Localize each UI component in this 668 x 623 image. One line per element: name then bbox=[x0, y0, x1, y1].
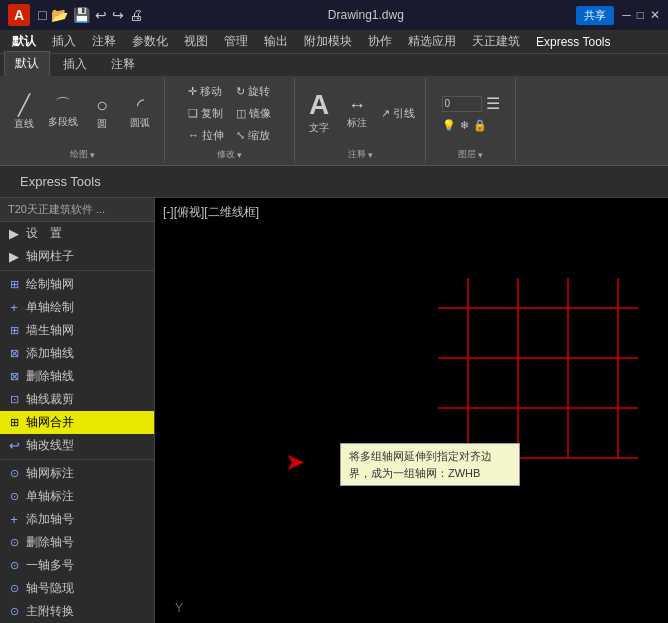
sidebar-item-clip-axis-label: 轴线裁剪 bbox=[26, 391, 74, 408]
menu-output[interactable]: 输出 bbox=[256, 31, 296, 52]
ribbon-btn-leader[interactable]: ↗ 引线 bbox=[377, 104, 419, 123]
menu-collab[interactable]: 协作 bbox=[360, 31, 400, 52]
sidebar-item-grid-anno-label: 轴网标注 bbox=[26, 465, 74, 482]
tooltip-text: 将多组轴网延伸到指定对齐边界，成为一组轴网：ZWHB bbox=[349, 450, 492, 479]
stretch-icon: ↔ bbox=[188, 129, 199, 141]
minimize-button[interactable]: ─ bbox=[622, 8, 631, 22]
menu-parametric[interactable]: 参数化 bbox=[124, 31, 176, 52]
sidebar-item-multi-num-label: 一轴多号 bbox=[26, 557, 74, 574]
menubar: 默认 插入 注释 参数化 视图 管理 输出 附加模块 协作 精选应用 天正建筑 … bbox=[0, 30, 668, 54]
annotate-group-dropdown-icon: ▾ bbox=[368, 150, 373, 160]
toolbar-icon-new[interactable]: □ bbox=[38, 7, 46, 23]
ribbon-tabs: 默认 插入 注释 bbox=[0, 54, 668, 76]
menu-view[interactable]: 视图 bbox=[176, 31, 216, 52]
sidebar-item-draw-grid[interactable]: ⊞ 绘制轴网 bbox=[0, 273, 154, 296]
leader-icon: ↗ bbox=[381, 107, 390, 120]
express-tools-bar: Express Tools bbox=[0, 166, 668, 198]
maximize-button[interactable]: □ bbox=[637, 8, 644, 22]
layer-properties-icon[interactable]: ☰ bbox=[486, 94, 500, 113]
toolbar-icon-undo[interactable]: ↩ bbox=[95, 7, 107, 23]
ribbon-group-modify-label[interactable]: 修改 ▾ bbox=[217, 148, 242, 161]
menu-insert[interactable]: 插入 bbox=[44, 31, 84, 52]
ribbon-btn-rotate[interactable]: ↻ 旋转 bbox=[232, 82, 275, 101]
menu-express[interactable]: Express Tools bbox=[528, 33, 618, 51]
ribbon-btn-mirror[interactable]: ◫ 镜像 bbox=[232, 104, 275, 123]
menu-tianzheng[interactable]: 天正建筑 bbox=[464, 31, 528, 52]
sidebar-item-single-draw-label: 单轴绘制 bbox=[26, 299, 74, 316]
merge-grid-icon: ⊞ bbox=[6, 416, 22, 429]
menu-annotate[interactable]: 注释 bbox=[84, 31, 124, 52]
ribbon-btn-circle-label: 圆 bbox=[97, 117, 107, 131]
ribbon-btn-text-label: 文字 bbox=[309, 121, 329, 135]
add-axis-icon: ⊠ bbox=[6, 347, 22, 360]
main-sub-icon: ⊙ bbox=[6, 605, 22, 618]
ribbon-tab-insert[interactable]: 插入 bbox=[52, 52, 98, 76]
ribbon-tab-annotate[interactable]: 注释 bbox=[100, 52, 146, 76]
scale-icon: ⤡ bbox=[236, 129, 245, 142]
ribbon-group-layer-label[interactable]: 图层 ▾ bbox=[458, 148, 483, 161]
ribbon-btn-arc[interactable]: ◜ 圆弧 bbox=[122, 94, 158, 132]
share-button[interactable]: 共享 bbox=[576, 6, 614, 25]
sidebar-item-main-sub[interactable]: ⊙ 主附转换 bbox=[0, 600, 154, 623]
layer-selector[interactable]: 0 bbox=[442, 96, 482, 112]
ribbon-btn-dim[interactable]: ↔ 标注 bbox=[339, 94, 375, 132]
hide-num-icon: ⊙ bbox=[6, 582, 22, 595]
sidebar-item-del-num[interactable]: ⊙ 删除轴号 bbox=[0, 531, 154, 554]
copy-icon: ❑ bbox=[188, 107, 198, 120]
toolbar-icon-open[interactable]: 📂 bbox=[51, 7, 68, 23]
sidebar-item-multi-num[interactable]: ⊙ 一轴多号 bbox=[0, 554, 154, 577]
ribbon: ╱ 直线 ⌒ 多段线 ○ 圆 ◜ 圆弧 绘图 ▾ ✛ bbox=[0, 76, 668, 166]
sidebar-title: T20天正建筑软件 ... bbox=[0, 198, 154, 222]
menu-addons[interactable]: 附加模块 bbox=[296, 31, 360, 52]
express-tools-label[interactable]: Express Tools bbox=[8, 170, 113, 193]
sidebar-item-add-num[interactable]: + 添加轴号 bbox=[0, 508, 154, 531]
toolbar-icon-print[interactable]: 🖨 bbox=[129, 7, 143, 23]
sidebar-item-del-axis[interactable]: ⊠ 删除轴线 bbox=[0, 365, 154, 388]
layer-on-icon[interactable]: 💡 bbox=[442, 119, 456, 132]
ribbon-btn-dim-label: 标注 bbox=[347, 116, 367, 130]
sidebar-item-add-axis[interactable]: ⊠ 添加轴线 bbox=[0, 342, 154, 365]
sidebar-item-grid-anno[interactable]: ⊙ 轴网标注 bbox=[0, 462, 154, 485]
menu-featured[interactable]: 精选应用 bbox=[400, 31, 464, 52]
toolbar-icon-save[interactable]: 💾 bbox=[73, 7, 90, 23]
grid-anno-icon: ⊙ bbox=[6, 467, 22, 480]
sidebar-item-single-anno[interactable]: ⊙ 单轴标注 bbox=[0, 485, 154, 508]
sidebar: T20天正建筑软件 ... ▶ 设 置 ▶ 轴网柱子 ⊞ 绘制轴网 + 单轴绘制… bbox=[0, 198, 155, 623]
ribbon-btn-text[interactable]: A 文字 bbox=[301, 89, 337, 137]
layer-lock-icon[interactable]: 🔒 bbox=[473, 119, 487, 132]
ribbon-group-modify: ✛ 移动 ❑ 复制 ↔ 拉伸 ↻ 旋转 ◫ 镜像 bbox=[165, 78, 295, 163]
ribbon-btn-line-label: 直线 bbox=[14, 117, 34, 131]
sidebar-item-clip-axis[interactable]: ⊡ 轴线裁剪 bbox=[0, 388, 154, 411]
ribbon-btn-polyline[interactable]: ⌒ 多段线 bbox=[44, 95, 82, 131]
sidebar-item-single-draw[interactable]: + 单轴绘制 bbox=[0, 296, 154, 319]
canvas-area[interactable]: [-][俯视][二维线框] ➤ 将多组轴网延伸到指定对齐边界，成为一组轴网：ZW… bbox=[155, 198, 668, 623]
sidebar-item-hide-num[interactable]: ⊙ 轴号隐现 bbox=[0, 577, 154, 600]
ribbon-btn-copy[interactable]: ❑ 复制 bbox=[184, 104, 228, 123]
ribbon-btn-stretch[interactable]: ↔ 拉伸 bbox=[184, 126, 228, 145]
dim-icon: ↔ bbox=[348, 96, 366, 114]
layer-freeze-icon[interactable]: ❄ bbox=[460, 119, 469, 132]
sidebar-item-merge-grid[interactable]: ⊞ 轴网合并 bbox=[0, 411, 154, 434]
rotate-icon: ↻ bbox=[236, 85, 245, 98]
toolbar-icon-redo[interactable]: ↪ bbox=[112, 7, 124, 23]
ribbon-btn-move[interactable]: ✛ 移动 bbox=[184, 82, 228, 101]
sidebar-item-wall-grid[interactable]: ⊞ 墙生轴网 bbox=[0, 319, 154, 342]
sidebar-item-axiscol[interactable]: ▶ 轴网柱子 bbox=[0, 245, 154, 268]
sidebar-item-change-line-label: 轴改线型 bbox=[26, 437, 74, 454]
ribbon-btn-circle[interactable]: ○ 圆 bbox=[84, 93, 120, 133]
ribbon-btn-line[interactable]: ╱ 直线 bbox=[6, 93, 42, 133]
ribbon-group-draw-label[interactable]: 绘图 ▾ bbox=[70, 148, 95, 161]
sidebar-item-change-line[interactable]: ↩ 轴改线型 bbox=[0, 434, 154, 457]
sidebar-item-add-axis-label: 添加轴线 bbox=[26, 345, 74, 362]
draw-group-dropdown-icon: ▾ bbox=[90, 150, 95, 160]
ribbon-group-annotate-label[interactable]: 注释 ▾ bbox=[348, 148, 373, 161]
sidebar-item-settings-label: 设 置 bbox=[26, 225, 62, 242]
ribbon-btn-scale[interactable]: ⤡ 缩放 bbox=[232, 126, 275, 145]
ribbon-tab-home[interactable]: 默认 bbox=[4, 51, 50, 76]
main-area: T20天正建筑软件 ... ▶ 设 置 ▶ 轴网柱子 ⊞ 绘制轴网 + 单轴绘制… bbox=[0, 198, 668, 623]
close-button[interactable]: ✕ bbox=[650, 8, 660, 22]
sidebar-item-settings[interactable]: ▶ 设 置 bbox=[0, 222, 154, 245]
menu-default[interactable]: 默认 bbox=[4, 31, 44, 52]
titlebar: A □ 📂 💾 ↩ ↪ 🖨 Drawing1.dwg 共享 ─ □ ✕ bbox=[0, 0, 668, 30]
menu-manage[interactable]: 管理 bbox=[216, 31, 256, 52]
